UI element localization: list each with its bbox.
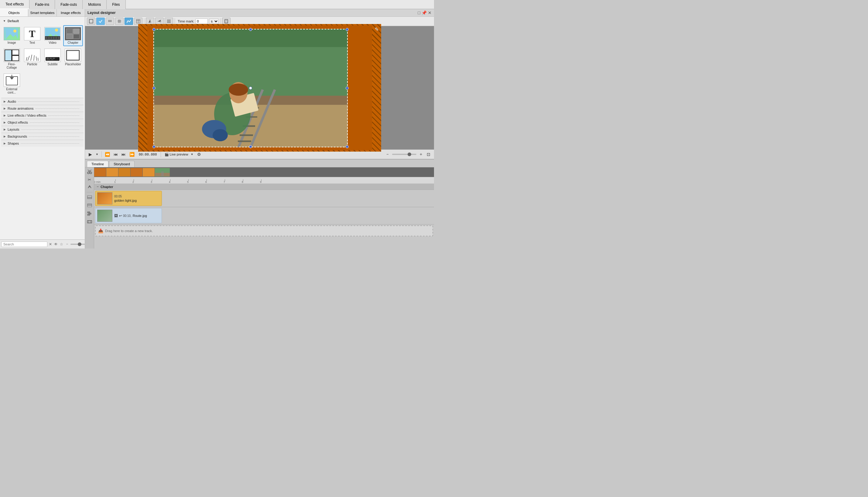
fit-button[interactable] [87, 219, 92, 226]
object-item-subtitle[interactable]: Subtitle [43, 47, 62, 71]
backgrounds-section: ▶ Backgrounds [1, 133, 84, 140]
fast-forward-button[interactable]: ⏩ [128, 151, 136, 157]
svg-point-2 [13, 29, 16, 32]
thumbnail-strip [94, 167, 434, 177]
canvas[interactable]: ✎ [138, 24, 381, 152]
tab-text-effects[interactable]: Text effects [0, 0, 29, 9]
external-label: External cont... [3, 87, 20, 94]
audio-header[interactable]: ▶ Audio [1, 98, 84, 105]
object-item-external[interactable]: External cont... [2, 72, 21, 96]
flexi-label: Flexi-Collage [3, 62, 20, 69]
zoom-fit-button[interactable]: ⊡ [425, 151, 432, 157]
ruler-label-8: 8 [242, 181, 243, 184]
close-button[interactable]: ✕ [428, 10, 432, 15]
search-minus-zoom[interactable]: － [65, 241, 70, 247]
object-item-video[interactable]: Video [43, 25, 62, 46]
sub-tab-objects[interactable]: Objects [0, 9, 28, 16]
object-item-placeholder[interactable]: Placeholder [63, 47, 83, 71]
object-effects-section: ▶ Object effects [1, 119, 84, 126]
sub-tab-smart-templates[interactable]: Smart templates [28, 9, 57, 16]
backgrounds-header[interactable]: ▶ Backgrounds [1, 133, 84, 140]
cut-tool-button[interactable] [87, 169, 92, 175]
search-input[interactable] [1, 242, 47, 247]
object-item-flexi-collage[interactable]: Flexi-Collage [2, 47, 21, 71]
object-item-chapter[interactable]: Chapter [63, 25, 83, 46]
play-dropdown-button[interactable]: ▼ [95, 152, 100, 156]
track-thumb-golden [97, 192, 112, 204]
objects-grid: Image T Text [1, 24, 84, 97]
search-clear-button[interactable]: ✕ [48, 242, 53, 247]
tab-fade-outs[interactable]: Fade-outs [55, 0, 83, 9]
glue-button[interactable] [87, 184, 92, 190]
scissors-button[interactable]: ✂ [87, 177, 92, 183]
ld-btn-lines[interactable] [106, 18, 114, 25]
canvas-zoom-slider[interactable] [392, 154, 416, 155]
layer-up-button[interactable] [87, 194, 92, 201]
pen-icon[interactable]: ✎ [375, 26, 379, 32]
time-mark-label: Time mark: [178, 19, 194, 23]
ld-btn-curve[interactable] [125, 18, 133, 25]
object-item-particle[interactable]: Particle [22, 47, 42, 71]
tab-motions[interactable]: Motions [83, 0, 106, 9]
track-name-route: Route.jpg [133, 214, 147, 217]
time-mark-input[interactable] [196, 18, 208, 24]
svg-marker-52 [158, 21, 161, 23]
svg-rect-59 [225, 22, 228, 23]
canvas-photo[interactable] [154, 29, 348, 147]
pin-button[interactable]: 📌 [422, 10, 427, 15]
top-tab-bar: Text effects Fade-ins Fade-outs Motions … [0, 0, 434, 9]
ld-btn-check[interactable] [96, 18, 105, 25]
zoom-in-button[interactable]: ＋ [418, 151, 424, 158]
object-item-image[interactable]: Image [2, 25, 21, 46]
thumb-orange-4 [131, 168, 143, 176]
track-thumb-route [97, 210, 112, 222]
svg-marker-51 [158, 20, 161, 21]
svg-marker-49 [150, 20, 151, 23]
object-item-text[interactable]: T Text [22, 25, 42, 46]
search-bar: ✕ 👁 ☆ － ＋ ⚙ [0, 239, 85, 248]
tab-fade-ins[interactable]: Fade-ins [29, 0, 55, 9]
ld-btn-grid[interactable] [115, 18, 124, 25]
transport-sep-1 [101, 151, 102, 157]
drop-zone[interactable]: 📥 Drag here to create a new track. [95, 225, 433, 236]
layer-down-button[interactable] [87, 202, 92, 209]
layout-designer: Layout designer □ 📌 ✕ [85, 9, 434, 159]
track-item-route[interactable]: 🖼 ↩ 00:10, Route.jpg [95, 208, 162, 223]
zoom-out-button[interactable]: － [384, 151, 391, 158]
shapes-header[interactable]: ▶ Shapes [1, 140, 84, 147]
tab-storyboard[interactable]: Storyboard [109, 161, 134, 167]
ruler-label-2: 2 [132, 181, 134, 184]
video-icon-box [44, 27, 61, 40]
search-star-button[interactable]: ☆ [59, 242, 64, 247]
rewind-button[interactable]: ⏪ [104, 151, 111, 157]
table-icon [136, 19, 140, 24]
subtitle-label: Subtitle [47, 62, 57, 66]
tab-timeline[interactable]: Timeline [87, 161, 108, 167]
route-animation-icon: ↩ [119, 214, 122, 218]
object-effects-header[interactable]: ▶ Object effects [1, 119, 84, 126]
ld-btn-select[interactable] [87, 18, 96, 25]
layouts-header[interactable]: ▶ Layouts [1, 126, 84, 133]
preview-settings-button[interactable]: ⚙ [196, 151, 202, 157]
tab-files[interactable]: Files [106, 0, 126, 9]
svg-rect-85 [87, 204, 92, 205]
object-effects-label: Object effects [8, 120, 28, 124]
default-arrow: ▼ [3, 19, 6, 23]
time-mark-unit-select[interactable]: s [209, 18, 219, 24]
route-animations-header[interactable]: ▶ Route animations [1, 105, 84, 112]
play-button[interactable]: ▶ [87, 151, 93, 157]
preview-dropdown-button[interactable]: ▼ [189, 152, 195, 156]
curve-icon [127, 19, 131, 24]
search-eye-button[interactable]: 👁 [54, 242, 58, 247]
prev-frame-button[interactable]: ⏮ [112, 151, 119, 157]
svg-rect-17 [5, 50, 11, 60]
stagger-button[interactable] [87, 211, 92, 217]
ruler-mark-0min: 0 min [94, 181, 101, 184]
next-frame-button[interactable]: ⏭ [120, 151, 127, 157]
sub-tab-image-effects[interactable]: Image effects [57, 9, 85, 16]
live-effects-header[interactable]: ▶ Live effects / Video effects [1, 112, 84, 119]
track-item-golden[interactable]: 00:05 golden light.jpg [95, 191, 162, 206]
chapter-collapse-button[interactable]: － [96, 184, 99, 189]
minimize-button[interactable]: □ [418, 10, 420, 15]
svg-rect-18 [25, 49, 40, 61]
